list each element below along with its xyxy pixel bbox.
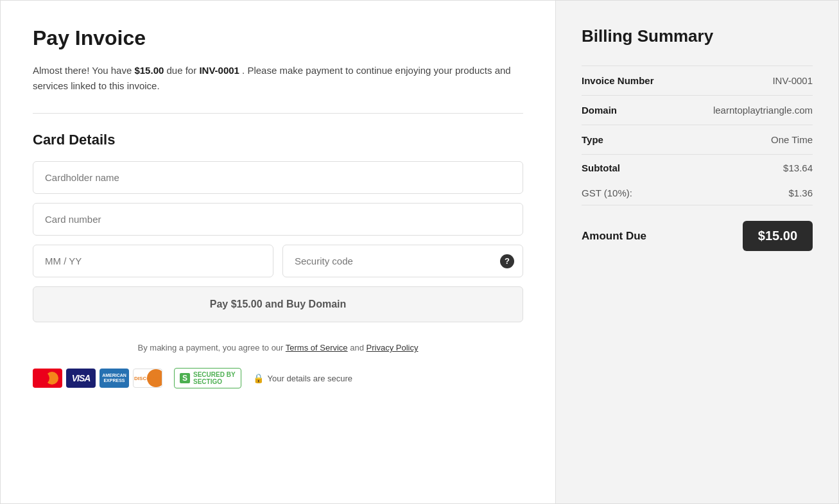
invoice-number-value: INV-0001 [772,75,813,86]
amount-due-badge: $15.00 [743,221,813,251]
terms-of-service-link[interactable]: Terms of Service [286,343,348,352]
security-code-group: ? [282,245,523,277]
type-value: One Time [771,134,813,145]
intro-invoice-id: INV-0001 [199,65,239,76]
secure-text: 🔒 Your details are secure [253,373,353,383]
subtotal-value: $13.64 [783,162,813,173]
cardholder-name-group [33,161,523,194]
billing-gst-row: GST (10%): $1.36 [582,181,813,205]
security-help-icon[interactable]: ? [500,254,514,268]
type-label: Type [582,134,603,145]
card-logos: VISA AMERICANEXPRESS DISCOVER [33,369,162,388]
pay-button-group: Pay $15.00 and Buy Domain [33,286,523,334]
cardholder-name-input[interactable] [33,161,523,194]
expiry-group [33,245,273,277]
lock-icon: 🔒 [253,373,264,383]
terms-text: By making a payment, you agree to our Te… [33,343,523,352]
security-code-input[interactable] [282,245,523,277]
billing-subtotal-row: Subtotal $13.64 [582,155,813,181]
amount-due-row: Amount Due $15.00 [582,205,813,251]
billing-domain-row: Domain learntoplaytriangle.com [582,96,813,125]
mastercard-logo [33,369,62,388]
page-wrapper: Pay Invoice Almost there! You have $15.0… [0,0,839,504]
gst-value: $1.36 [788,187,813,198]
visa-logo: VISA [66,369,96,388]
domain-value: learntoplaytriangle.com [713,105,813,116]
sectigo-badge: S SECURED BY SECTIGO [174,368,241,388]
expiry-input[interactable] [33,245,273,277]
section-divider [33,113,523,114]
billing-invoice-row: Invoice Number INV-0001 [582,65,813,96]
intro-prefix: Almost there! You have [33,65,134,76]
sectigo-s-icon: S [180,373,190,383]
amex-logo: AMERICANEXPRESS [99,369,129,388]
intro-middle: due for [167,65,200,76]
page-title: Pay Invoice [33,26,523,50]
pay-button[interactable]: Pay $15.00 and Buy Domain [33,286,523,322]
right-panel: Billing Summary Invoice Number INV-0001 … [556,1,838,503]
card-details-title: Card Details [33,132,523,148]
amount-due-label: Amount Due [582,230,646,243]
sectigo-text: SECURED BY SECTIGO [193,371,236,385]
card-number-group [33,203,523,236]
billing-type-row: Type One Time [582,125,813,155]
left-panel: Pay Invoice Almost there! You have $15.0… [1,1,556,503]
domain-label: Domain [582,105,617,116]
terms-middle: and [350,343,366,352]
subtotal-label: Subtotal [582,162,620,173]
gst-label: GST (10%): [582,187,632,198]
intro-amount: $15.00 [134,65,164,76]
expiry-security-row: ? [33,245,523,277]
billing-title: Billing Summary [582,26,813,46]
discover-logo: DISCOVER [133,369,162,388]
invoice-number-label: Invoice Number [582,75,654,86]
card-number-input[interactable] [33,203,523,236]
terms-prefix: By making a payment, you agree to our [138,343,286,352]
footer-row: VISA AMERICANEXPRESS DISCOVER S SECURED … [33,368,523,388]
intro-text: Almost there! You have $15.00 due for IN… [33,63,523,94]
secure-label: Your details are secure [268,374,353,383]
privacy-policy-link[interactable]: Privacy Policy [367,343,419,352]
